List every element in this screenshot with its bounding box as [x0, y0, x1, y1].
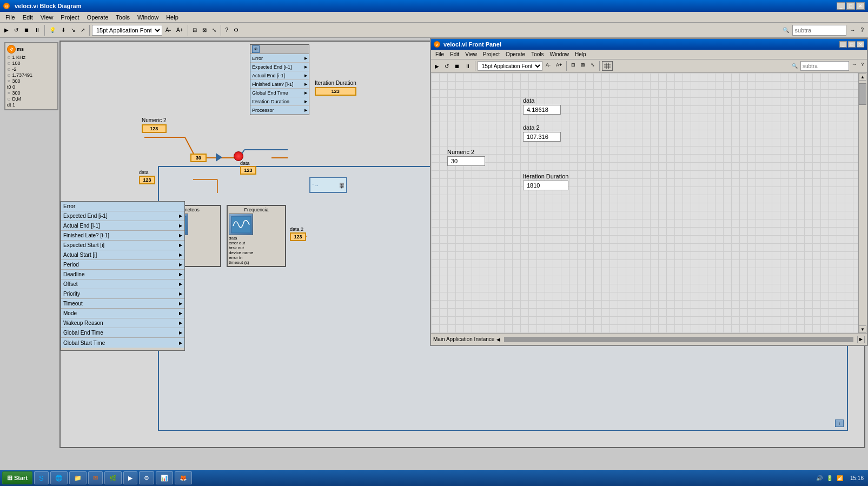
terminal-actual-end[interactable]: Actual End [i-1] ▶ — [250, 71, 309, 80]
font-dropdown[interactable]: 15pt Application Font — [92, 25, 162, 36]
fp-data-value[interactable]: 4.18618 — [523, 105, 561, 115]
fp-abort-button[interactable]: ⏹ — [452, 61, 462, 71]
pause-button[interactable]: ⏸ — [32, 24, 42, 36]
menu-window[interactable]: Window — [134, 13, 162, 22]
menu-view[interactable]: View — [37, 13, 57, 22]
terminal-global-end[interactable]: Global End Time ▶ — [250, 89, 309, 97]
fp-run-button[interactable]: ▶ — [433, 61, 441, 71]
taskbar-item-app2[interactable]: 📊 — [156, 471, 173, 484]
menu-edit[interactable]: Edit — [19, 13, 36, 22]
terminal-error-item[interactable]: Error — [61, 202, 184, 211]
fp-scroll-up-button[interactable]: ▲ — [859, 73, 866, 81]
fp-run-cont-button[interactable]: ↺ — [442, 61, 451, 71]
fp-menu-project[interactable]: Project — [480, 51, 502, 58]
fp-scroll-right-button[interactable]: ▶ — [857, 336, 865, 343]
terminal-finished-late-item[interactable]: Finished Late? [i-1] ▶ — [61, 231, 184, 241]
fp-maximize-button[interactable]: □ — [848, 41, 856, 48]
fp-scroll-thumb[interactable] — [859, 83, 866, 105]
fp-data2-value[interactable]: 107.316 — [523, 132, 561, 142]
step-over-button[interactable]: ⬇ — [59, 24, 68, 36]
search-button[interactable]: → — [847, 24, 857, 36]
fp-menu-edit[interactable]: Edit — [447, 51, 462, 58]
close-button[interactable]: ✕ — [856, 2, 865, 10]
taskbar-item-media[interactable]: ▶ — [123, 471, 137, 484]
run-continuously-button[interactable]: ↺ — [12, 24, 21, 36]
highlight-execution-button[interactable]: 💡 — [47, 24, 58, 36]
fp-numeric2-value[interactable]: 30 — [447, 156, 485, 166]
terminal-finished-late[interactable]: Finished Late? [i-1] ▶ — [250, 80, 309, 89]
fp-scrollbar-h[interactable] — [504, 337, 853, 342]
fp-resize-button[interactable]: ⤡ — [588, 61, 597, 71]
fp-menu-tools[interactable]: Tools — [528, 51, 546, 58]
distribute-button[interactable]: ⊠ — [200, 24, 209, 36]
terminal-error[interactable]: Error ▶ — [250, 54, 309, 63]
fp-close-button[interactable]: ✕ — [857, 41, 864, 48]
terminal-processor[interactable]: Processor ▶ — [250, 106, 309, 115]
fp-grid-button[interactable] — [602, 61, 613, 71]
resize-button[interactable]: ⤡ — [210, 24, 218, 36]
fp-search-input[interactable] — [800, 61, 849, 71]
minimize-button[interactable]: _ — [837, 2, 845, 10]
fp-menu-operate[interactable]: Operate — [503, 51, 528, 58]
terminal-priority-item[interactable]: Priority ▶ — [61, 289, 184, 299]
fp-canvas[interactable]: ▲ ▼ data 4.18618 data 2 107.316 Numeric … — [431, 73, 867, 333]
fp-menu-view[interactable]: View — [462, 51, 480, 58]
terminal-wakeup-item[interactable]: Wakeup Reason ▶ — [61, 318, 184, 328]
stop-circle-icon[interactable] — [234, 151, 243, 161]
increase-size-button[interactable]: A+ — [174, 24, 185, 36]
menu-help[interactable]: Help — [163, 13, 182, 22]
fp-menu-help[interactable]: Help — [572, 51, 589, 58]
fp-align-button[interactable]: ⊟ — [569, 61, 578, 71]
fp-search-go[interactable]: → — [850, 61, 858, 71]
fp-minimize-button[interactable]: _ — [839, 41, 847, 48]
terminal-expected-start-item[interactable]: Expected Start [i] ▶ — [61, 241, 184, 250]
menu-operate[interactable]: Operate — [84, 13, 112, 22]
menu-project[interactable]: Project — [57, 13, 82, 22]
run-button[interactable]: ▶ — [2, 24, 11, 36]
step-into-button[interactable]: ↘ — [69, 24, 77, 36]
terminal-global-start-item[interactable]: Global Start Time ▶ — [61, 338, 184, 348]
more-options-button[interactable]: ⚙ — [231, 24, 241, 36]
taskbar-item-mail[interactable]: ✉ — [88, 471, 103, 484]
search-input[interactable] — [792, 25, 846, 36]
terminal-global-end-item[interactable]: Global End Time ▶ — [61, 328, 184, 338]
help-button[interactable]: ? — [858, 24, 866, 36]
fp-scrollbar-vertical[interactable]: ▲ ▼ — [858, 73, 867, 333]
terminal-actual-start-item[interactable]: Actual Start [i] ▶ — [61, 250, 184, 260]
terminal-expected-end[interactable]: Expected End [i-1] ▶ — [250, 63, 309, 71]
menu-tools[interactable]: Tools — [112, 13, 133, 22]
fp-menu-file[interactable]: File — [433, 51, 447, 58]
align-button[interactable]: ⊟ — [190, 24, 199, 36]
step-out-button[interactable]: ↗ — [78, 24, 87, 36]
abort-button[interactable]: ⏹ — [22, 24, 31, 36]
fp-distrib-button[interactable]: ⊠ — [579, 61, 587, 71]
taskbar-item-tools[interactable]: ⚙ — [139, 471, 154, 484]
terminal-offset-item[interactable]: Offset ▶ — [61, 279, 184, 289]
fp-menu-window[interactable]: Window — [547, 51, 572, 58]
fp-pause-button[interactable]: ⏸ — [463, 61, 473, 71]
taskbar-item-folder[interactable]: 📁 — [69, 471, 87, 484]
taskbar-item-skype[interactable]: S — [34, 471, 49, 484]
terminal-timeout-item[interactable]: Timeout ▶ — [61, 299, 184, 309]
menu-file[interactable]: File — [2, 13, 18, 22]
maximize-button[interactable]: □ — [846, 2, 855, 10]
terminal-iter-dur[interactable]: Iteration Duration ▶ — [250, 97, 309, 106]
terminal-period-item[interactable]: Period ▶ — [61, 260, 184, 270]
terminal-expected-end-item[interactable]: Expected End [i-1] ▶ — [61, 211, 184, 221]
fp-canvas-grid[interactable]: ▲ ▼ data 4.18618 data 2 107.316 Numeric … — [431, 73, 867, 333]
terminal-deadline-item[interactable]: Deadline ▶ — [61, 270, 184, 279]
start-button[interactable]: ⊞ Start — [2, 471, 32, 484]
fp-scroll-down-button[interactable]: ▼ — [859, 325, 866, 333]
taskbar-item-firefox[interactable]: 🦊 — [175, 471, 192, 484]
fp-text-size-up[interactable]: A+ — [554, 61, 564, 71]
fp-text-size-down[interactable]: A- — [544, 61, 553, 71]
taskbar-item-app1[interactable]: 🌿 — [104, 471, 122, 484]
terminal-actual-end-item[interactable]: Actual End [i-1] ▶ — [61, 221, 184, 231]
terminal-mode-item[interactable]: Mode ▶ — [61, 309, 184, 318]
fp-iter-dur-value[interactable]: 1810 — [523, 181, 568, 190]
taskbar-item-browser1[interactable]: 🌐 — [50, 471, 68, 484]
decrease-size-button[interactable]: A- — [163, 24, 173, 36]
context-help-button[interactable]: ? — [223, 24, 231, 36]
fp-help-button[interactable]: ? — [859, 61, 865, 71]
fp-font-dropdown[interactable]: 15pt Application Font — [478, 61, 542, 71]
